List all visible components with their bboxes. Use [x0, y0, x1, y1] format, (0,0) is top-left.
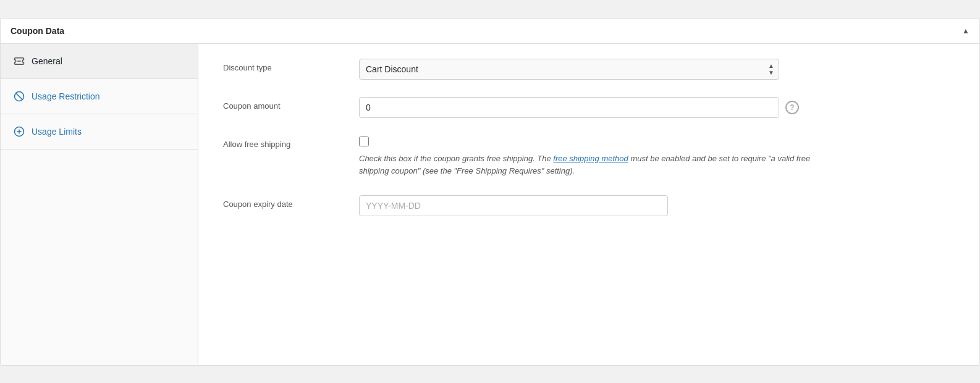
allow-free-shipping-control: Check this box if the coupon grants free…: [359, 135, 955, 179]
circle-plus-icon: [13, 125, 25, 138]
ticket-icon: [13, 55, 25, 67]
sidebar-item-label-usage-restriction: Usage Restriction: [32, 91, 100, 101]
coupon-expiry-date-input[interactable]: [359, 195, 668, 216]
coupon-amount-input[interactable]: [359, 97, 779, 118]
sidebar-item-general[interactable]: General: [1, 44, 198, 79]
sidebar-item-usage-limits[interactable]: Usage Limits: [1, 114, 198, 149]
discount-type-select[interactable]: Cart Discount Cart % Discount Product Di…: [359, 59, 779, 80]
allow-free-shipping-checkbox[interactable]: [359, 137, 369, 146]
discount-type-control: Cart Discount Cart % Discount Product Di…: [359, 59, 955, 80]
checkbox-area: Check this box if the coupon grants free…: [359, 135, 829, 179]
panel-body: General Usage Restriction: [1, 44, 979, 365]
coupon-expiry-date-row: Coupon expiry date: [223, 195, 955, 216]
svg-line-2: [16, 93, 23, 99]
sidebar-item-label-general: General: [32, 56, 62, 66]
panel-header: Coupon Data ▲: [1, 19, 979, 44]
coupon-amount-help-icon[interactable]: ?: [785, 101, 799, 114]
coupon-data-panel: Coupon Data ▲ General: [0, 18, 980, 366]
coupon-expiry-date-label: Coupon expiry date: [223, 195, 359, 210]
free-shipping-description: Check this box if the coupon grants free…: [359, 153, 829, 179]
free-shipping-method-link[interactable]: free shipping method: [553, 154, 628, 163]
discount-type-select-wrapper: Cart Discount Cart % Discount Product Di…: [359, 59, 779, 80]
content-area: Discount type Cart Discount Cart % Disco…: [198, 44, 979, 365]
ban-icon: [13, 90, 25, 103]
sidebar-item-usage-restriction[interactable]: Usage Restriction: [1, 79, 198, 114]
coupon-amount-control: ?: [359, 97, 955, 118]
sidebar: General Usage Restriction: [1, 44, 198, 365]
description-part1: Check this box if the coupon grants free…: [359, 154, 553, 163]
discount-type-row: Discount type Cart Discount Cart % Disco…: [223, 59, 955, 80]
panel-toggle-icon[interactable]: ▲: [962, 27, 969, 35]
discount-type-label: Discount type: [223, 59, 359, 74]
allow-free-shipping-row: Allow free shipping Check this box if th…: [223, 135, 955, 179]
panel-title: Coupon Data: [11, 26, 64, 36]
coupon-amount-label: Coupon amount: [223, 97, 359, 112]
allow-free-shipping-label: Allow free shipping: [223, 135, 359, 150]
coupon-expiry-date-control: [359, 195, 955, 216]
sidebar-item-label-usage-limits: Usage Limits: [32, 127, 82, 137]
coupon-amount-row: Coupon amount ?: [223, 97, 955, 118]
